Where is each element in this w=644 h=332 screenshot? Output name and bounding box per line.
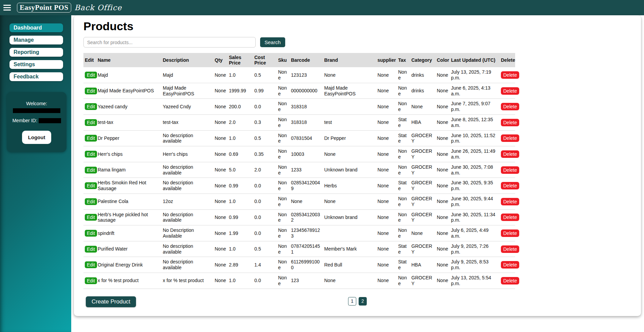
cell-last-updated: July 9, 2025, 8:53 p.m.	[450, 257, 500, 273]
delete-button[interactable]: Delete	[501, 261, 519, 269]
col-description: Description	[161, 53, 213, 67]
pagination-page-1[interactable]: 1	[348, 297, 356, 306]
delete-button[interactable]: Delete	[501, 277, 519, 284]
edit-button[interactable]: Edit	[85, 167, 97, 173]
cell-supplier: None	[376, 193, 397, 209]
cell-qty: None	[213, 225, 228, 241]
cell-cost-price: 0.0	[253, 209, 277, 225]
sidebar-item-manage[interactable]: Manage	[9, 36, 63, 44]
col-color: Color	[435, 53, 450, 67]
cell-color: None	[435, 209, 450, 225]
app-logo[interactable]: EasyPoint POS	[17, 3, 71, 13]
sidebar-item-feedback[interactable]: Feedback	[9, 72, 63, 81]
cell-color: None	[435, 162, 450, 178]
cell-barcode: 1233	[290, 162, 323, 178]
cell-tax: State	[397, 241, 410, 257]
sidebar-item-settings[interactable]: Settings	[9, 60, 63, 69]
cell-qty: None	[213, 178, 228, 194]
cell-cost-price: 0.0	[253, 193, 277, 209]
cell-cost-price: 0.0	[253, 178, 277, 194]
cell-category: GROCERY	[410, 130, 435, 146]
cell-brand	[323, 99, 376, 115]
cell-last-updated: July 13, 2025, 5:54 p.m.	[450, 273, 500, 289]
delete-button[interactable]: Delete	[501, 245, 519, 253]
cell-qty: None	[213, 162, 228, 178]
sidebar: DashboardManageReportingSettingsFeedback…	[0, 15, 71, 332]
edit-button[interactable]: Edit	[85, 72, 97, 78]
cell-last-updated: July 6, 2025, 4:49 a.m.	[450, 225, 500, 241]
pagination: 12	[348, 297, 367, 306]
cell-qty: None	[213, 114, 228, 130]
cell-description: test-tax	[161, 114, 213, 130]
edit-button[interactable]: Edit	[85, 151, 97, 158]
pagination-page-2[interactable]: 2	[359, 297, 367, 306]
products-table: Edit Name Description Qty Sales Price Co…	[83, 53, 515, 289]
delete-button[interactable]: Delete	[501, 71, 519, 79]
edit-button[interactable]: Edit	[85, 103, 97, 110]
delete-button[interactable]: Delete	[501, 87, 519, 95]
cell-category: drinks	[410, 67, 435, 83]
cell-barcode: 10003	[290, 146, 323, 162]
cell-sku: None	[277, 209, 290, 225]
edit-button[interactable]: Edit	[85, 214, 97, 221]
delete-button[interactable]: Delete	[501, 150, 519, 158]
delete-button[interactable]: Delete	[501, 103, 519, 110]
cell-qty: None	[213, 146, 228, 162]
cell-description: Majd	[161, 67, 213, 83]
products-table-body: EditMajdMajdNone1.00.5None123123NoneNone…	[83, 67, 515, 289]
delete-button[interactable]: Delete	[501, 214, 519, 221]
edit-button[interactable]: Edit	[85, 88, 97, 94]
hamburger-menu-icon[interactable]	[3, 3, 14, 12]
cell-qty: None	[213, 67, 228, 83]
cell-last-updated: June 30, 2025, 9:44 p.m.	[450, 193, 500, 209]
edit-button[interactable]: Edit	[85, 119, 97, 126]
table-row: EditRama lingamNo description availableN…	[83, 162, 515, 178]
cell-supplier: None	[376, 178, 397, 194]
edit-button[interactable]: Edit	[85, 230, 97, 237]
cell-category: GROCERY	[410, 209, 435, 225]
logout-button[interactable]: Logout	[22, 131, 52, 144]
sidebar-item-reporting[interactable]: Reporting	[9, 48, 63, 57]
cell-sales-price: 1.0	[228, 273, 253, 289]
edit-button[interactable]: Edit	[85, 198, 97, 205]
cell-tax: None	[397, 67, 410, 83]
delete-button[interactable]: Delete	[501, 229, 519, 237]
cell-name: Herbs Smokin Red Hot Sausage	[96, 178, 161, 194]
cell-brand: Unknown brand	[323, 162, 376, 178]
col-last-updated: Last Updated (UTC)	[450, 53, 500, 67]
edit-button[interactable]: Edit	[85, 277, 97, 284]
sidebar-item-dashboard[interactable]: Dashboard	[9, 23, 63, 32]
cell-brand: test	[323, 114, 376, 130]
cell-cost-price: 0.35	[253, 146, 277, 162]
table-row: EditDr PepperNo description availableNon…	[83, 130, 515, 146]
cell-color: None	[435, 225, 450, 241]
delete-button[interactable]: Delete	[501, 166, 519, 174]
cell-last-updated: June 7, 2025, 9:07 p.m.	[450, 99, 500, 115]
delete-button[interactable]: Delete	[501, 119, 519, 126]
create-product-button[interactable]: Create Product	[86, 296, 136, 307]
edit-button[interactable]: Edit	[85, 182, 97, 189]
cell-sales-price: 200.0	[228, 99, 253, 115]
edit-button[interactable]: Edit	[85, 135, 97, 142]
edit-button[interactable]: Edit	[85, 246, 97, 253]
cell-brand: Unknown brand	[323, 209, 376, 225]
delete-button[interactable]: Delete	[501, 182, 519, 189]
search-button[interactable]: Search	[260, 37, 285, 47]
cell-sku: None	[277, 257, 290, 273]
cell-supplier: None	[376, 257, 397, 273]
cell-supplier: None	[376, 99, 397, 115]
cell-name: Majd Made EasyPointPOS	[96, 83, 161, 99]
col-brand: Brand	[323, 53, 376, 67]
cell-tax: None	[397, 99, 410, 115]
cell-description: x for % test product	[161, 273, 213, 289]
search-input[interactable]	[83, 37, 256, 48]
cell-supplier: None	[376, 130, 397, 146]
edit-button[interactable]: Edit	[85, 261, 97, 268]
cell-tax: None	[397, 83, 410, 99]
cell-sales-price: 1.0	[228, 193, 253, 209]
delete-button[interactable]: Delete	[501, 134, 519, 142]
delete-button[interactable]: Delete	[501, 198, 519, 205]
table-row: EditPurified WaterNo description availab…	[83, 241, 515, 257]
cell-description: Herr's chips	[161, 146, 213, 162]
cell-brand: None	[323, 273, 376, 289]
